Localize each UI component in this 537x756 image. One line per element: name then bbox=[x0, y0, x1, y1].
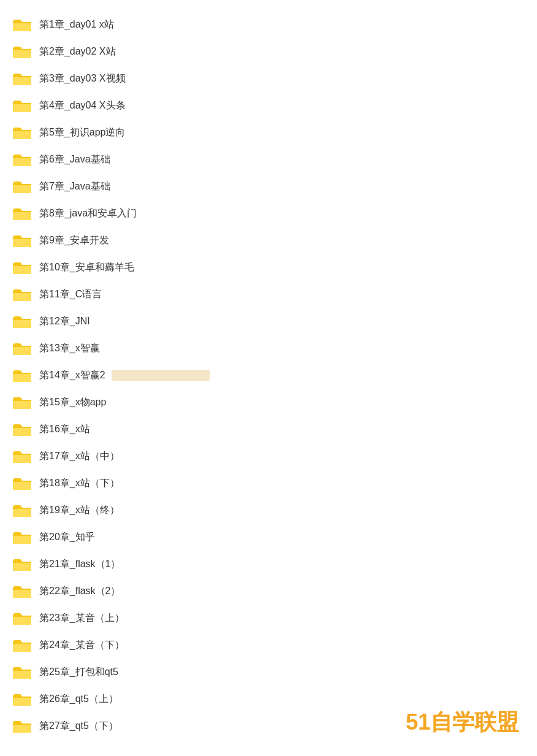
folder-item-8[interactable]: 第8章_java和安卓入门 bbox=[0, 200, 537, 227]
folder-label: 第27章_qt5（下） bbox=[39, 720, 118, 733]
folder-icon bbox=[12, 475, 32, 491]
folder-icon bbox=[12, 124, 32, 140]
folder-label: 第15章_x物app bbox=[39, 396, 106, 409]
folder-item-15[interactable]: 第15章_x物app bbox=[0, 389, 537, 416]
folder-label: 第2章_day02 X站 bbox=[39, 45, 116, 58]
folder-label: 第23章_某音（上） bbox=[39, 612, 124, 625]
folder-item-2[interactable]: 第2章_day02 X站 bbox=[0, 38, 537, 65]
folder-item-27[interactable]: 第27章_qt5（下） bbox=[0, 712, 537, 739]
folder-item-24[interactable]: 第24章_某音（下） bbox=[0, 632, 537, 659]
folder-label: 第24章_某音（下） bbox=[39, 639, 124, 652]
folder-list: 第1章_day01 x站第2章_day02 X站第3章_day03 X视频第4章… bbox=[0, 6, 537, 744]
folder-label: 第10章_安卓和薅羊毛 bbox=[39, 261, 134, 274]
folder-label: 第8章_java和安卓入门 bbox=[39, 207, 137, 220]
folder-label: 第25章_打包和qt5 bbox=[39, 666, 118, 679]
folder-icon bbox=[12, 610, 32, 626]
folder-label: 第21章_flask（1） bbox=[39, 558, 121, 571]
folder-item-3[interactable]: 第3章_day03 X视频 bbox=[0, 65, 537, 92]
folder-item-25[interactable]: 第25章_打包和qt5 bbox=[0, 659, 537, 685]
folder-item-18[interactable]: 第18章_x站（下） bbox=[0, 470, 537, 497]
folder-icon bbox=[12, 232, 32, 248]
folder-item-4[interactable]: 第4章_day04 X头条 bbox=[0, 92, 537, 119]
folder-label: 第13章_x智赢 bbox=[39, 342, 100, 355]
folder-icon bbox=[12, 502, 32, 518]
folder-icon bbox=[12, 286, 32, 302]
folder-item-5[interactable]: 第5章_初识app逆向 bbox=[0, 119, 537, 146]
folder-item-26[interactable]: 第26章_qt5（上） bbox=[0, 685, 537, 712]
folder-label: 第26章_qt5（上） bbox=[39, 693, 118, 706]
folder-item-11[interactable]: 第11章_C语言 bbox=[0, 281, 537, 308]
folder-label: 第1章_day01 x站 bbox=[39, 18, 114, 31]
folder-item-7[interactable]: 第7章_Java基础 bbox=[0, 173, 537, 200]
folder-icon bbox=[12, 448, 32, 464]
folder-label: 第18章_x站（下） bbox=[39, 477, 120, 490]
folder-icon bbox=[12, 637, 32, 653]
folder-item-10[interactable]: 第10章_安卓和薅羊毛 bbox=[0, 254, 537, 281]
folder-item-22[interactable]: 第22章_flask（2） bbox=[0, 578, 537, 605]
folder-icon bbox=[12, 421, 32, 437]
folder-icon bbox=[12, 178, 32, 194]
folder-label: 第4章_day04 X头条 bbox=[39, 99, 126, 112]
folder-item-9[interactable]: 第9章_安卓开发 bbox=[0, 227, 537, 254]
folder-icon bbox=[12, 97, 32, 113]
folder-item-23[interactable]: 第23章_某音（上） bbox=[0, 605, 537, 632]
folder-item-13[interactable]: 第13章_x智赢 bbox=[0, 335, 537, 362]
folder-label: 第16章_x站 bbox=[39, 423, 90, 436]
folder-icon bbox=[12, 394, 32, 410]
folder-label: 第11章_C语言 bbox=[39, 288, 102, 301]
folder-label: 第12章_JNI bbox=[39, 315, 90, 328]
folder-icon bbox=[12, 556, 32, 572]
folder-icon bbox=[12, 259, 32, 275]
folder-label: 第7章_Java基础 bbox=[39, 180, 110, 193]
folder-icon bbox=[12, 71, 32, 86]
folder-label: 第22章_flask（2） bbox=[39, 585, 121, 598]
highlight-bar bbox=[112, 370, 210, 381]
folder-item-14[interactable]: 第14章_x智赢2 bbox=[0, 362, 537, 389]
folder-icon bbox=[12, 44, 32, 59]
folder-label: 第14章_x智赢2 bbox=[39, 369, 105, 382]
folder-icon bbox=[12, 583, 32, 599]
folder-icon bbox=[12, 151, 32, 167]
folder-icon bbox=[12, 313, 32, 329]
folder-item-12[interactable]: 第12章_JNI bbox=[0, 308, 537, 335]
folder-icon bbox=[12, 664, 32, 680]
folder-item-6[interactable]: 第6章_Java基础 bbox=[0, 146, 537, 173]
folder-icon bbox=[12, 529, 32, 545]
folder-label: 第6章_Java基础 bbox=[39, 153, 110, 166]
folder-icon bbox=[12, 367, 32, 383]
folder-icon bbox=[12, 340, 32, 356]
folder-item-1[interactable]: 第1章_day01 x站 bbox=[0, 11, 537, 38]
folder-label: 第9章_安卓开发 bbox=[39, 234, 109, 247]
folder-icon bbox=[12, 691, 32, 707]
folder-item-16[interactable]: 第16章_x站 bbox=[0, 416, 537, 443]
folder-label: 第20章_知乎 bbox=[39, 531, 95, 544]
folder-item-17[interactable]: 第17章_x站（中） bbox=[0, 443, 537, 470]
folder-icon bbox=[12, 718, 32, 734]
folder-label: 第19章_x站（终） bbox=[39, 504, 120, 517]
folder-label: 第3章_day03 X视频 bbox=[39, 72, 126, 85]
folder-icon bbox=[12, 205, 32, 221]
folder-label: 第5章_初识app逆向 bbox=[39, 126, 126, 139]
folder-label: 第17章_x站（中） bbox=[39, 450, 120, 463]
folder-icon bbox=[12, 17, 32, 32]
folder-item-20[interactable]: 第20章_知乎 bbox=[0, 524, 537, 551]
folder-item-19[interactable]: 第19章_x站（终） bbox=[0, 497, 537, 524]
folder-item-21[interactable]: 第21章_flask（1） bbox=[0, 551, 537, 578]
